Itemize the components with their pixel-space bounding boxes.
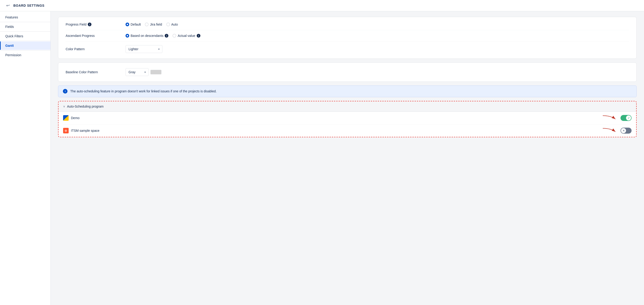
radio-based-on-descendants[interactable] [126, 34, 129, 38]
baseline-select-group: Gray Blue Green Red ▼ [126, 68, 162, 76]
radio-option-jira-field[interactable]: Jira field [145, 22, 162, 26]
progress-field-label: Progress Field i [66, 22, 126, 26]
auto-scheduling-card: ∨ Auto-Scheduling program Demo [58, 101, 637, 137]
baseline-color-pattern-row: Baseline Color Pattern Gray Blue Green R… [66, 68, 629, 76]
radio-actual-value[interactable] [172, 34, 176, 38]
sidebar-item-permission[interactable]: Permission [0, 51, 50, 59]
sidebar-divider [0, 50, 50, 50]
radio-option-based-on-descendants[interactable]: Based on descendants i [126, 34, 168, 38]
demo-toggle-knob: ✓ [626, 116, 631, 120]
actual-value-info-icon[interactable]: i [197, 34, 200, 38]
app-wrapper: ↩ BOARD SETTINGS Features Fields Quick F… [0, 0, 644, 305]
check-icon: ✓ [628, 116, 630, 120]
itsm-arrow-annotation [602, 127, 618, 134]
color-pattern-label: Color Pattern [66, 47, 126, 51]
auto-scheduling-body: Demo ✓ [58, 112, 636, 137]
sidebar-item-features[interactable]: Features [0, 13, 50, 22]
sidebar: Features Fields Quick Filters Gantt Perm… [0, 11, 51, 305]
ascendant-progress-label: Ascendant Progress [66, 34, 126, 38]
info-banner-text: The auto-scheduling feature in program d… [70, 89, 216, 94]
baseline-color-pattern-select[interactable]: Gray Blue Green Red [126, 68, 148, 76]
back-button[interactable]: ↩ [4, 2, 11, 9]
ascendant-progress-info-icon[interactable]: i [165, 34, 168, 38]
content-area: Progress Field i Default [51, 11, 644, 305]
sidebar-divider [0, 31, 50, 32]
itsm-toggle-knob: ✕ [621, 128, 626, 133]
sidebar-item-quick-filters[interactable]: Quick Filters [0, 32, 50, 40]
info-banner: i The auto-scheduling feature in program… [58, 86, 637, 97]
progress-field-row: Progress Field i Default [66, 22, 629, 30]
demo-toggle[interactable]: ✓ [620, 115, 632, 121]
project-row-demo: Demo ✓ [63, 112, 632, 124]
demo-project-name: Demo [71, 116, 620, 120]
ascendant-progress-controls: Based on descendants i Actual value i [126, 34, 629, 38]
baseline-color-pattern-card: Baseline Color Pattern Gray Blue Green R… [58, 62, 637, 82]
sidebar-divider [0, 41, 50, 41]
color-pattern-select-wrapper: Lighter Default Darker ▼ [126, 45, 162, 53]
chevron-down-icon: ∨ [63, 105, 65, 108]
radio-option-default[interactable]: Default [126, 22, 141, 26]
page-title: BOARD SETTINGS [13, 4, 44, 7]
x-icon: ✕ [622, 129, 625, 132]
radio-option-actual-value[interactable]: Actual value i [172, 34, 200, 38]
itsm-project-name: ITSM sample space [71, 129, 620, 132]
color-pattern-row: Color Pattern Lighter Default Darker ▼ [66, 42, 629, 53]
settings-card: Progress Field i Default [58, 17, 637, 59]
radio-auto[interactable] [166, 22, 170, 26]
main-layout: Features Fields Quick Filters Gantt Perm… [0, 11, 644, 305]
radio-default[interactable] [126, 22, 129, 26]
radio-option-auto[interactable]: Auto [166, 22, 178, 26]
project-row-itsm: ⊕ ITSM sample space [63, 124, 632, 137]
ascendant-progress-radio-group: Based on descendants i Actual value i [126, 34, 200, 38]
progress-field-info-icon[interactable]: i [88, 22, 92, 26]
color-pattern-select[interactable]: Lighter Default Darker [126, 45, 162, 53]
color-pattern-controls: Lighter Default Darker ▼ [126, 45, 629, 53]
sidebar-item-fields[interactable]: Fields [0, 22, 50, 31]
itsm-project-icon: ⊕ [63, 128, 69, 134]
demo-project-icon [63, 115, 69, 121]
progress-field-controls: Default Jira field Auto [126, 22, 629, 26]
auto-scheduling-title: Auto-Scheduling program [67, 104, 104, 108]
baseline-color-pattern-label: Baseline Color Pattern [66, 70, 126, 74]
itsm-toggle[interactable]: ✕ [620, 128, 632, 134]
baseline-color-pattern-controls: Gray Blue Green Red ▼ [126, 68, 629, 76]
auto-scheduling-header: ∨ Auto-Scheduling program [58, 101, 636, 112]
demo-arrow-annotation [602, 114, 618, 122]
ascendant-progress-row: Ascendant Progress Based on descendants … [66, 30, 629, 42]
radio-jira-field[interactable] [145, 22, 148, 26]
top-bar: ↩ BOARD SETTINGS [0, 0, 644, 11]
sidebar-item-gantt[interactable]: Gantt [0, 42, 50, 50]
baseline-color-swatch [150, 70, 162, 74]
info-banner-icon: i [63, 89, 68, 94]
baseline-select-wrapper: Gray Blue Green Red ▼ [126, 68, 148, 76]
progress-field-radio-group: Default Jira field Auto [126, 22, 178, 26]
